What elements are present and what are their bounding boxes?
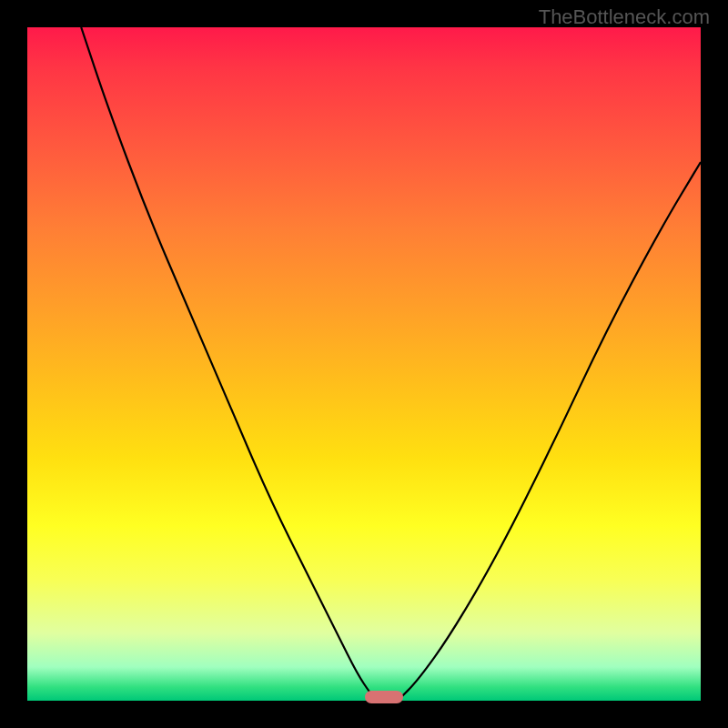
plot-area — [27, 27, 701, 701]
curve-svg — [27, 27, 701, 701]
chart-container: TheBottleneck.com — [0, 0, 728, 728]
bottleneck-marker — [365, 691, 403, 703]
watermark-text: TheBottleneck.com — [539, 5, 710, 29]
curve-right — [398, 162, 701, 701]
curve-left — [81, 27, 378, 701]
